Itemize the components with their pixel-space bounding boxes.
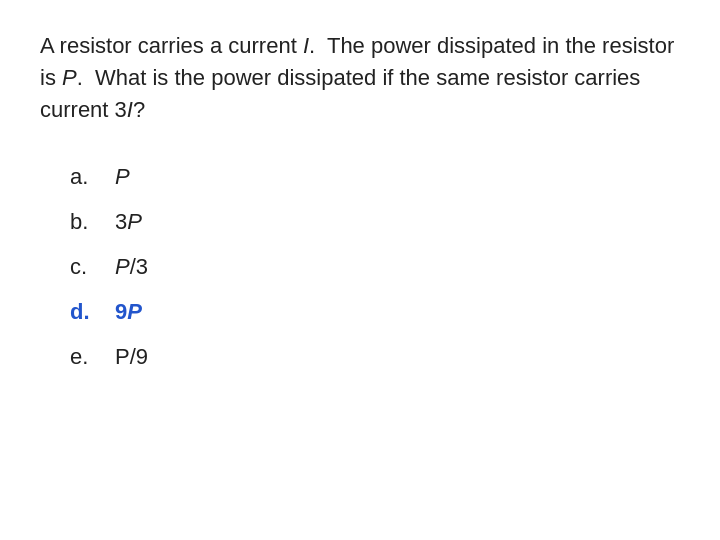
option-a-value: P [115,160,130,193]
option-c-value: P/3 [115,250,148,283]
option-b-label: b. [70,205,115,238]
option-a: a. P [70,154,680,199]
option-e: e. P/9 [70,334,680,379]
option-d: d. 9P [70,289,680,334]
option-b-value: 3P [115,205,142,238]
option-d-value: 9P [115,295,142,328]
option-e-value: P/9 [115,340,148,373]
power-variable: P [62,65,77,90]
page-container: A resistor carries a current I. The powe… [0,0,720,540]
option-e-label: e. [70,340,115,373]
option-c: c. P/3 [70,244,680,289]
options-list: a. P b. 3P c. P/3 d. 9P e. P/9 [40,154,680,379]
option-b: b. 3P [70,199,680,244]
option-c-label: c. [70,250,115,283]
current-variable: I [303,33,309,58]
question-text: A resistor carries a current I. The powe… [40,30,680,126]
option-d-label: d. [70,295,115,328]
option-a-label: a. [70,160,115,193]
current-variable-2: I [127,97,133,122]
